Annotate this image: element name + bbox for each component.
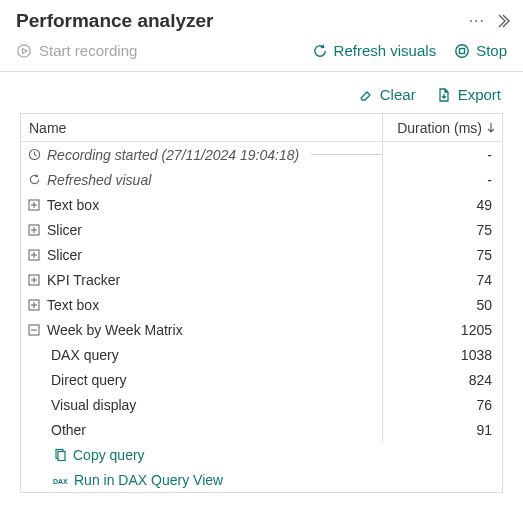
clear-button[interactable]: Clear	[358, 86, 416, 103]
table-row[interactable]: KPI Tracker 74	[21, 267, 502, 292]
expand-icon[interactable]	[27, 249, 41, 261]
stop-button[interactable]: Stop	[454, 42, 507, 59]
table-row[interactable]: Slicer 75	[21, 242, 502, 267]
refresh-icon	[312, 43, 328, 59]
start-recording-button: Start recording	[16, 42, 137, 59]
svg-rect-11	[58, 451, 65, 460]
table-subrow: Direct query 824	[21, 367, 502, 392]
refresh-visuals-label: Refresh visuals	[334, 42, 437, 59]
refresh-small-icon	[27, 173, 41, 186]
collapse-icon[interactable]	[27, 324, 41, 336]
copy-icon	[53, 448, 67, 462]
svg-text:DAX: DAX	[53, 478, 68, 485]
copy-query-link[interactable]: Copy query	[73, 447, 145, 463]
recording-started-row: Recording started (27/11/2024 19:04:18) …	[21, 142, 502, 167]
collapse-icon[interactable]	[495, 13, 511, 29]
run-dax-link[interactable]: Run in DAX Query View	[74, 472, 223, 488]
table-subrow: DAX query 1038	[21, 342, 502, 367]
table-row-expanded[interactable]: Week by Week Matrix 1205	[21, 317, 502, 342]
column-header-name[interactable]: Name	[21, 120, 382, 136]
table-row[interactable]: Slicer 75	[21, 217, 502, 242]
table-row[interactable]: Text box 49	[21, 192, 502, 217]
more-icon[interactable]: ···	[469, 12, 485, 30]
expand-icon[interactable]	[27, 224, 41, 236]
refresh-visuals-button[interactable]: Refresh visuals	[312, 42, 437, 59]
pane-title: Performance analyzer	[16, 10, 214, 32]
stop-icon	[454, 43, 470, 59]
clock-icon	[27, 148, 41, 161]
svg-rect-2	[460, 48, 465, 53]
eraser-icon	[358, 87, 374, 103]
table-row[interactable]: Text box 50	[21, 292, 502, 317]
export-label: Export	[458, 86, 501, 103]
column-header-duration[interactable]: Duration (ms)	[382, 114, 502, 141]
dax-icon: DAX	[53, 473, 68, 487]
expand-icon[interactable]	[27, 199, 41, 211]
table-subrow: Visual display 76	[21, 392, 502, 417]
svg-point-0	[18, 44, 30, 56]
start-recording-label: Start recording	[39, 42, 137, 59]
expand-icon[interactable]	[27, 299, 41, 311]
export-icon	[436, 87, 452, 103]
sort-arrow-icon	[486, 122, 496, 134]
table-subrow: Other 91	[21, 417, 502, 442]
results-table: Name Duration (ms) Recording started (27…	[20, 113, 503, 493]
refreshed-visual-row: Refreshed visual -	[21, 167, 502, 192]
record-icon	[16, 43, 32, 59]
stop-label: Stop	[476, 42, 507, 59]
svg-point-1	[456, 44, 468, 56]
clear-label: Clear	[380, 86, 416, 103]
export-button[interactable]: Export	[436, 86, 501, 103]
expand-icon[interactable]	[27, 274, 41, 286]
